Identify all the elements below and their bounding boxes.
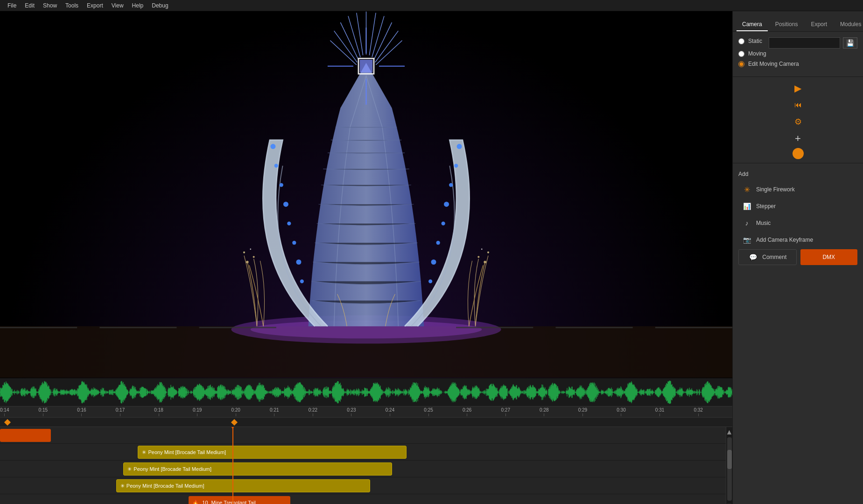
svg-point-28: [457, 144, 462, 149]
right-panel: Camera Positions Export Modules Static 💾…: [732, 11, 863, 504]
svg-point-21: [274, 164, 278, 168]
main-layout: 0:140:150:160:170:180:190:200:210:220:23…: [0, 11, 863, 504]
static-label: Static: [748, 38, 762, 44]
play-button[interactable]: ▶: [791, 81, 806, 96]
svg-point-33: [436, 241, 440, 245]
add-dmx-button[interactable]: DMX: [800, 249, 858, 265]
playhead[interactable]: [232, 427, 233, 504]
tab-modules[interactable]: Modules: [835, 18, 863, 31]
clip-label: Peony Mint [Brocade Tail Medium]: [133, 466, 211, 472]
menubar: File Edit Show Tools Export View Help De…: [0, 0, 863, 11]
menu-tools[interactable]: Tools: [62, 1, 82, 10]
menu-debug[interactable]: Debug: [148, 1, 172, 10]
add-camera-keyframe-button[interactable]: 📷 Add Camera Keyframe: [738, 232, 857, 247]
3d-viewport[interactable]: [0, 11, 732, 378]
svg-point-27: [300, 280, 304, 283]
menu-export[interactable]: Export: [83, 1, 107, 10]
menu-help[interactable]: Help: [128, 1, 147, 10]
menu-show[interactable]: Show: [39, 1, 61, 10]
edit-moving-radio[interactable]: [738, 61, 744, 67]
clip-icon: ✳: [142, 449, 146, 455]
camera-options: Static 💾 Moving Edit Moving Camera: [733, 32, 863, 77]
clip-label: Mine Tremolant Tail: [211, 500, 256, 504]
svg-point-40: [484, 261, 486, 264]
svg-point-20: [270, 144, 275, 149]
moving-label: Moving: [748, 50, 766, 57]
svg-point-31: [444, 202, 449, 207]
svg-point-39: [250, 249, 251, 250]
settings-button[interactable]: ⚙: [791, 114, 806, 129]
svg-point-35: [428, 280, 432, 283]
svg-point-23: [283, 202, 288, 207]
diamond-right[interactable]: [231, 419, 238, 426]
clip[interactable]: ✳Peony Mint [Brocade Tail Medium]: [116, 479, 370, 492]
vertical-scrollbar[interactable]: ▲ ▼: [726, 427, 732, 504]
clip[interactable]: [0, 429, 51, 442]
svg-point-32: [442, 222, 445, 225]
music-label: Music: [756, 220, 771, 226]
moving-radio[interactable]: [738, 51, 744, 57]
play-controls-col: ▶ ⏮ ⚙ +: [733, 77, 863, 163]
scroll-up-button[interactable]: ▲: [726, 428, 732, 436]
clip-icon: ✳: [120, 483, 125, 489]
stepper-label: Stepper: [756, 203, 776, 210]
scroll-down-button[interactable]: ▼: [726, 502, 732, 504]
tab-camera[interactable]: Camera: [737, 18, 768, 31]
svg-point-42: [477, 256, 479, 258]
firework-scene: [0, 11, 732, 378]
svg-point-41: [487, 252, 489, 253]
svg-line-12: [376, 41, 402, 65]
comment-icon: 💬: [748, 252, 758, 262]
single-firework-icon: ✳: [742, 185, 751, 194]
camera-keyframe-icon: 📷: [742, 235, 751, 245]
dmx-label: DMX: [822, 254, 835, 260]
clip-icon: 🔥: [192, 500, 199, 504]
camera-input-row: Static 💾: [738, 37, 857, 49]
track-row-2: ✳Peony Mint [Brocade Tail Medium]: [0, 461, 726, 477]
add-music-button[interactable]: ♪ Music: [738, 216, 857, 231]
diamond-left[interactable]: [4, 419, 11, 426]
comment-dmx-row: 💬 Comment DMX: [738, 249, 857, 267]
single-firework-label: Single Firework: [756, 186, 795, 193]
clip-number: 10: [201, 500, 209, 504]
add-stepper-button[interactable]: 📊 Stepper: [738, 199, 857, 214]
edit-moving-label: Edit Moving Camera: [748, 61, 799, 67]
menu-file[interactable]: File: [4, 1, 20, 10]
clip[interactable]: 🔥10Mine Tremolant Tail: [189, 496, 290, 504]
static-name-input[interactable]: [769, 37, 840, 49]
scroll-track-v[interactable]: [727, 437, 732, 501]
clip-label: Peony Mint [Brocade Tail Medium]: [126, 483, 204, 489]
svg-rect-19: [360, 60, 373, 73]
tab-positions[interactable]: Positions: [770, 18, 804, 31]
tracks-area: ✳Peony Mint [Brocade Tail Medium]✳Peony …: [0, 427, 732, 504]
edit-moving-radio-row: Edit Moving Camera: [738, 61, 857, 67]
clip[interactable]: ✳Peony Mint [Brocade Tail Medium]: [123, 462, 392, 476]
svg-point-43: [481, 249, 483, 250]
stepper-icon: 📊: [742, 202, 751, 211]
comment-label: Comment: [762, 254, 786, 260]
tab-export[interactable]: Export: [805, 18, 833, 31]
svg-point-26: [296, 259, 301, 265]
menu-view[interactable]: View: [108, 1, 127, 10]
tracks-container[interactable]: ✳Peony Mint [Brocade Tail Medium]✳Peony …: [0, 427, 726, 504]
scroll-thumb-v: [727, 450, 732, 469]
add-single-firework-button[interactable]: ✳ Single Firework: [738, 182, 857, 197]
save-camera-button[interactable]: 💾: [843, 37, 857, 49]
svg-line-13: [357, 13, 363, 56]
rewind-button[interactable]: ⏮: [791, 98, 806, 112]
add-button[interactable]: +: [791, 131, 806, 146]
svg-point-36: [246, 261, 249, 264]
clip-label: Peony Mint [Brocade Tail Medium]: [148, 449, 226, 455]
svg-line-17: [330, 41, 356, 65]
add-comment-button[interactable]: 💬 Comment: [738, 249, 797, 265]
time-ruler[interactable]: 0:140:150:160:170:180:190:200:210:220:23…: [0, 406, 732, 418]
waveform[interactable]: [0, 378, 732, 406]
svg-point-34: [431, 259, 436, 265]
record-button[interactable]: [793, 148, 804, 159]
svg-point-25: [292, 241, 296, 245]
clip[interactable]: ✳Peony Mint [Brocade Tail Medium]: [138, 446, 406, 459]
timeline-area: 0:140:150:160:170:180:190:200:210:220:23…: [0, 378, 732, 504]
svg-point-30: [449, 183, 453, 187]
menu-edit[interactable]: Edit: [21, 1, 38, 10]
static-radio[interactable]: [738, 38, 744, 44]
